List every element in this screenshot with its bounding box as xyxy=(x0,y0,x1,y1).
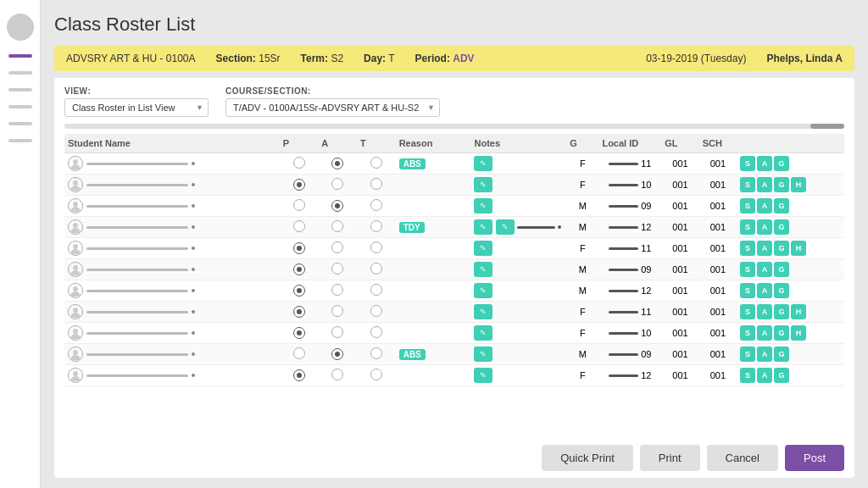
action-btn-s[interactable]: S xyxy=(740,177,755,192)
radio-t-cell[interactable] xyxy=(357,175,396,196)
radio-a-cell[interactable] xyxy=(318,365,357,386)
notes-button[interactable]: ✎ xyxy=(474,347,492,362)
radio-p-cell[interactable] xyxy=(280,280,319,302)
cancel-button[interactable]: Cancel xyxy=(707,445,778,471)
notes-cell[interactable]: ✎ xyxy=(470,153,566,175)
radio-t-cell[interactable] xyxy=(357,323,396,344)
radio-a-cell[interactable] xyxy=(318,344,357,365)
radio-p-cell[interactable] xyxy=(280,153,319,175)
radio-t[interactable] xyxy=(370,347,382,359)
sidebar-nav-item-2[interactable] xyxy=(8,88,32,92)
radio-a[interactable] xyxy=(331,326,343,338)
action-btn-a[interactable]: A xyxy=(757,177,772,192)
radio-p[interactable] xyxy=(293,369,305,381)
action-btn-s[interactable]: S xyxy=(740,262,755,277)
radio-a[interactable] xyxy=(331,241,343,253)
action-btn-s[interactable]: S xyxy=(740,325,755,341)
radio-p[interactable] xyxy=(293,263,305,275)
action-btn-s[interactable]: S xyxy=(740,304,755,319)
action-btn-s[interactable]: S xyxy=(740,156,755,171)
radio-p[interactable] xyxy=(293,306,305,318)
radio-a[interactable] xyxy=(331,200,343,212)
action-btn-h[interactable]: H xyxy=(791,177,806,192)
radio-t[interactable] xyxy=(370,157,382,169)
radio-a-cell[interactable] xyxy=(318,238,357,259)
radio-a[interactable] xyxy=(331,158,343,169)
radio-t-cell[interactable] xyxy=(357,344,396,365)
action-btn-g[interactable]: G xyxy=(774,177,789,192)
radio-t[interactable] xyxy=(370,220,382,232)
notes-cell[interactable]: ✎ xyxy=(470,323,566,344)
radio-p-cell[interactable] xyxy=(280,196,319,217)
action-btn-a[interactable]: A xyxy=(757,347,772,362)
action-btn-h[interactable]: H xyxy=(791,241,806,256)
action-btn-a[interactable]: A xyxy=(757,198,772,214)
radio-t[interactable] xyxy=(370,263,382,274)
post-button[interactable]: Post xyxy=(785,445,844,471)
notes-button[interactable]: ✎ xyxy=(496,219,515,235)
notes-button[interactable]: ✎ xyxy=(474,325,492,341)
action-btn-g[interactable]: G xyxy=(774,347,789,362)
radio-a-cell[interactable] xyxy=(318,302,357,323)
radio-t-cell[interactable] xyxy=(357,365,396,386)
notes-cell[interactable]: ✎ xyxy=(470,175,566,196)
radio-t-cell[interactable] xyxy=(357,196,396,217)
action-btn-a[interactable]: A xyxy=(757,262,772,277)
radio-p[interactable] xyxy=(293,242,305,254)
action-btn-h[interactable]: H xyxy=(791,304,806,319)
sidebar-nav-item-3[interactable] xyxy=(8,105,32,108)
action-btn-a[interactable]: A xyxy=(757,241,772,256)
radio-t[interactable] xyxy=(370,369,382,380)
action-btn-g[interactable]: G xyxy=(774,368,789,383)
radio-t-cell[interactable] xyxy=(357,153,396,175)
action-btn-a[interactable]: A xyxy=(757,156,772,171)
notes-cell[interactable]: ✎ xyxy=(470,344,566,365)
radio-p[interactable] xyxy=(293,285,305,297)
action-btn-a[interactable]: A xyxy=(757,283,772,298)
notes-cell[interactable]: ✎ xyxy=(470,238,566,259)
radio-t-cell[interactable] xyxy=(357,259,396,280)
radio-t[interactable] xyxy=(370,241,382,253)
radio-p[interactable] xyxy=(293,327,305,339)
notes-button[interactable]: ✎ xyxy=(474,262,492,277)
action-btn-s[interactable]: S xyxy=(740,347,755,362)
radio-t-cell[interactable] xyxy=(357,217,396,238)
radio-p[interactable] xyxy=(293,157,305,169)
action-btn-g[interactable]: G xyxy=(774,325,789,341)
radio-p-cell[interactable] xyxy=(280,365,319,386)
radio-t-cell[interactable] xyxy=(357,238,396,259)
radio-a[interactable] xyxy=(331,284,343,296)
radio-a-cell[interactable] xyxy=(318,153,357,175)
radio-p-cell[interactable] xyxy=(280,344,319,365)
action-btn-a[interactable]: A xyxy=(757,219,772,235)
radio-a[interactable] xyxy=(331,178,343,190)
notes-button[interactable]: ✎ xyxy=(474,241,492,256)
action-btn-h[interactable]: H xyxy=(791,325,806,341)
action-btn-g[interactable]: G xyxy=(774,283,789,298)
radio-a[interactable] xyxy=(331,348,343,360)
action-btn-a[interactable]: A xyxy=(757,325,772,341)
radio-a-cell[interactable] xyxy=(318,196,357,217)
sidebar-nav-item-5[interactable] xyxy=(8,139,32,142)
action-btn-g[interactable]: G xyxy=(774,304,789,319)
action-btn-s[interactable]: S xyxy=(740,368,755,383)
table-container[interactable]: Student Name P A T Reason Notes G Local … xyxy=(64,134,844,438)
action-btn-g[interactable]: G xyxy=(774,156,789,171)
radio-a-cell[interactable] xyxy=(318,323,357,344)
notes-cell[interactable]: ✎ xyxy=(470,302,566,323)
action-btn-g[interactable]: G xyxy=(774,262,789,277)
view-select[interactable]: Class Roster in List View xyxy=(64,98,209,117)
radio-p[interactable] xyxy=(293,347,305,359)
radio-a-cell[interactable] xyxy=(318,175,357,196)
radio-a[interactable] xyxy=(331,220,343,232)
radio-a-cell[interactable] xyxy=(318,217,357,238)
notes-cell[interactable]: ✎ xyxy=(470,365,566,386)
radio-p-cell[interactable] xyxy=(280,238,319,259)
action-btn-g[interactable]: G xyxy=(774,241,789,256)
notes-cell[interactable]: ✎ xyxy=(470,280,566,302)
notes-button[interactable]: ✎ xyxy=(474,368,492,383)
action-btn-s[interactable]: S xyxy=(740,283,755,298)
notes-button[interactable]: ✎ xyxy=(474,177,492,192)
action-btn-a[interactable]: A xyxy=(757,304,772,319)
notes-button[interactable]: ✎ xyxy=(474,304,492,319)
